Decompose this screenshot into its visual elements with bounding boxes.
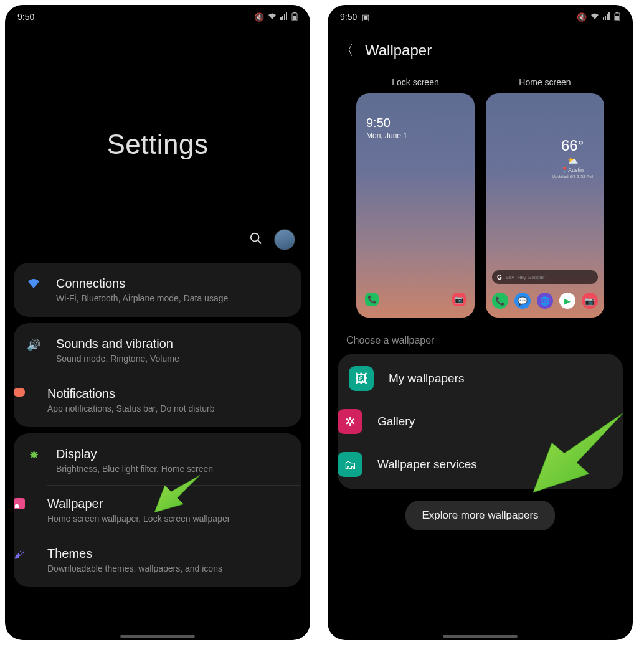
choice-gallery[interactable]: ✲ Gallery bbox=[377, 400, 623, 443]
mute-icon: 🔇 bbox=[254, 12, 264, 22]
setting-title: Sounds and vibration bbox=[56, 337, 293, 351]
weather-temp: 66° bbox=[552, 137, 593, 154]
setting-subtitle: Home screen wallpaper, Lock screen wallp… bbox=[47, 514, 293, 524]
settings-group-sound: 🔊 Sounds and vibration Sound mode, Ringt… bbox=[14, 323, 301, 427]
setting-item-display[interactable]: ✸ Display Brightness, Blue light filter,… bbox=[14, 436, 301, 485]
setting-title: Notifications bbox=[47, 387, 293, 401]
signal-icon bbox=[280, 12, 288, 22]
page-title: Settings bbox=[107, 129, 209, 160]
choice-wallpaper-services[interactable]: 🗂 Wallpaper services bbox=[377, 443, 623, 486]
screenshot-icon: ▣ bbox=[362, 12, 369, 22]
brightness-icon: ✸ bbox=[29, 448, 39, 462]
status-bar: 9:50 🔇 bbox=[5, 5, 310, 26]
svg-rect-16 bbox=[615, 16, 619, 20]
weather-city: 📍Austin bbox=[552, 167, 593, 173]
battery-icon bbox=[291, 12, 298, 22]
svg-rect-10 bbox=[603, 17, 604, 20]
svg-rect-0 bbox=[280, 17, 282, 20]
status-icons: 🔇 bbox=[254, 12, 298, 22]
lock-screen-preview[interactable]: 9:50 Mon, June 1 📞 📷 bbox=[356, 93, 475, 318]
wallpaper-header: 〈 Wallpaper bbox=[328, 26, 633, 77]
search-icon[interactable] bbox=[249, 232, 263, 248]
settings-list: Connections Wi-Fi, Bluetooth, Airplane m… bbox=[5, 263, 310, 587]
choice-label: Gallery bbox=[377, 415, 415, 428]
setting-item-themes[interactable]: 🖌 Themes Downloadable themes, wallpapers… bbox=[47, 535, 301, 585]
home-app-row: 📞 💬 🌐 ▶ 📷 bbox=[492, 293, 598, 309]
battery-icon bbox=[614, 12, 620, 22]
setting-subtitle: Sound mode, Ringtone, Volume bbox=[56, 354, 293, 364]
lock-time: 9:50 bbox=[366, 116, 465, 130]
choice-my-wallpapers[interactable]: 🖼 My wallpapers bbox=[338, 357, 623, 400]
setting-subtitle: Downloadable themes, wallpapers, and ico… bbox=[47, 563, 293, 573]
svg-rect-5 bbox=[293, 12, 296, 13]
search-hint: Say "Hey Google" bbox=[506, 275, 546, 280]
lock-screen-label: Lock screen bbox=[392, 77, 438, 87]
status-time: 9:50 bbox=[340, 12, 357, 22]
svg-rect-11 bbox=[605, 16, 606, 20]
page-title: Wallpaper bbox=[365, 42, 432, 59]
settings-header: Settings bbox=[5, 26, 310, 263]
back-button[interactable]: 〈 bbox=[340, 41, 354, 60]
status-bar: 9:50 ▣ 🔇 bbox=[328, 5, 633, 26]
messages-app-icon: 💬 bbox=[514, 293, 531, 309]
themes-icon: 🖌 bbox=[14, 548, 25, 561]
settings-group-connections: Connections Wi-Fi, Bluetooth, Airplane m… bbox=[14, 263, 301, 317]
wifi-icon bbox=[268, 12, 277, 22]
setting-subtitle: App notifications, Status bar, Do not di… bbox=[47, 403, 293, 413]
home-screen-label: Home screen bbox=[519, 77, 571, 87]
setting-title: Connections bbox=[56, 276, 293, 291]
setting-item-notifications[interactable]: Notifications App notifications, Status … bbox=[47, 375, 301, 425]
settings-group-display: ✸ Display Brightness, Blue light filter,… bbox=[14, 433, 301, 587]
phone-app-icon: 📞 bbox=[492, 293, 508, 309]
svg-rect-1 bbox=[282, 16, 283, 20]
home-screen-preview[interactable]: 66° ⛅ 📍Austin Updated 6/1 3:52 AM G Say … bbox=[486, 93, 604, 318]
wallpaper-choices: 🖼 My wallpapers ✲ Gallery 🗂 Wallpaper se… bbox=[338, 354, 623, 489]
explore-more-button[interactable]: Explore more wallpapers bbox=[405, 501, 554, 530]
camera-icon: 📷 bbox=[452, 293, 466, 306]
nav-bar bbox=[120, 635, 195, 638]
svg-rect-6 bbox=[293, 16, 296, 20]
lock-date: Mon, June 1 bbox=[366, 131, 465, 140]
notification-icon bbox=[14, 388, 25, 397]
google-icon: G bbox=[497, 274, 502, 281]
signal-icon bbox=[603, 12, 610, 22]
setting-subtitle: Brightness, Blue light filter, Home scre… bbox=[56, 464, 293, 474]
setting-item-sounds[interactable]: 🔊 Sounds and vibration Sound mode, Ringt… bbox=[14, 326, 301, 375]
flower-icon: ✲ bbox=[338, 409, 362, 434]
svg-rect-2 bbox=[284, 14, 285, 20]
wifi-icon bbox=[590, 12, 599, 22]
setting-title: Themes bbox=[47, 547, 293, 561]
status-icons: 🔇 bbox=[577, 12, 620, 22]
svg-rect-15 bbox=[616, 12, 618, 13]
svg-line-8 bbox=[258, 240, 262, 243]
svg-rect-12 bbox=[607, 14, 608, 20]
svg-rect-13 bbox=[608, 12, 610, 20]
phone-wallpaper-screen: 9:50 ▣ 🔇 〈 Wallpaper Lock screen 9:50 Mo… bbox=[328, 5, 633, 640]
setting-subtitle: Wi-Fi, Bluetooth, Airplane mode, Data us… bbox=[56, 293, 293, 303]
setting-item-wallpaper[interactable]: Wallpaper Home screen wallpaper, Lock sc… bbox=[47, 485, 301, 535]
nav-bar bbox=[443, 635, 518, 638]
weather-widget: 66° ⛅ 📍Austin Updated 6/1 3:52 AM bbox=[552, 137, 593, 179]
wifi-icon bbox=[27, 278, 40, 291]
svg-point-7 bbox=[251, 233, 259, 241]
phone-settings-screen: 9:50 🔇 Settings bbox=[5, 5, 310, 640]
google-search-bar: G Say "Hey Google" bbox=[492, 270, 598, 284]
speaker-icon: 🔊 bbox=[27, 338, 40, 352]
setting-item-connections[interactable]: Connections Wi-Fi, Bluetooth, Airplane m… bbox=[14, 265, 301, 314]
phone-icon: 📞 bbox=[365, 293, 379, 306]
wallpaper-previews: Lock screen 9:50 Mon, June 1 📞 📷 Home sc… bbox=[328, 77, 633, 318]
services-icon: 🗂 bbox=[338, 452, 362, 477]
svg-rect-3 bbox=[286, 12, 287, 20]
status-time: 9:50 bbox=[17, 12, 34, 22]
choose-wallpaper-label: Choose a wallpaper bbox=[328, 318, 633, 354]
picture-icon: 🖼 bbox=[349, 366, 374, 391]
wallpaper-icon bbox=[14, 498, 25, 509]
playstore-app-icon: ▶ bbox=[559, 293, 575, 309]
choice-label: Wallpaper services bbox=[377, 458, 477, 471]
setting-title: Display bbox=[56, 447, 293, 461]
browser-app-icon: 🌐 bbox=[537, 293, 553, 309]
profile-avatar[interactable] bbox=[274, 229, 295, 250]
camera-app-icon: 📷 bbox=[582, 293, 598, 309]
mute-icon: 🔇 bbox=[577, 12, 587, 22]
weather-icon: ⛅ bbox=[552, 156, 593, 166]
